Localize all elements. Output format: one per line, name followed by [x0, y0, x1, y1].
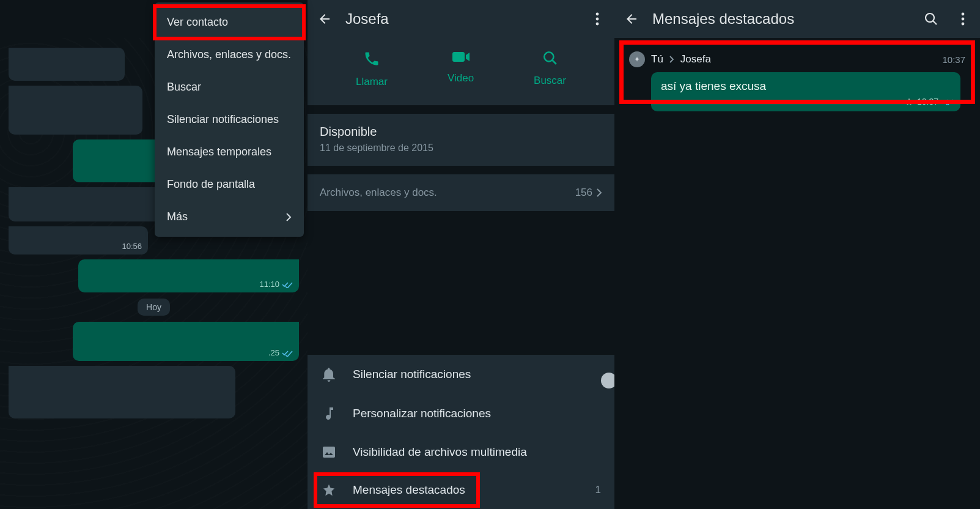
- incoming-bubble[interactable]: [9, 366, 235, 418]
- music-note-icon: [321, 406, 337, 421]
- section-gap: [308, 105, 614, 114]
- more-icon[interactable]: [956, 12, 970, 26]
- day-divider: Hoy: [138, 299, 170, 316]
- incoming-bubble[interactable]: 10:56: [9, 226, 148, 254]
- starred-message-card[interactable]: ✦ Tú Josefa 10:37 así ya tienes excusa 1…: [622, 45, 973, 111]
- row-starred-messages[interactable]: Mensajes destacados 1: [308, 471, 614, 509]
- call-button[interactable]: Llamar: [356, 50, 388, 88]
- read-ticks-icon: [282, 349, 293, 357]
- recipient-label: Josefa: [680, 53, 711, 65]
- menu-wallpaper[interactable]: Fondo de pantalla: [155, 168, 304, 201]
- svg-point-6: [926, 13, 934, 22]
- video-button[interactable]: Video: [448, 50, 474, 88]
- section-gap: [308, 166, 614, 174]
- contact-title: Josefa: [345, 10, 389, 28]
- status-date: 11 de septiembre de 2015: [320, 143, 602, 154]
- contact-topbar: Josefa: [308, 0, 614, 38]
- message-time: 10:56: [122, 242, 142, 251]
- chevron-right-icon: [596, 188, 602, 197]
- chat-options-menu: Ver contacto Archivos, enlaces y docs. B…: [155, 2, 304, 237]
- starred-title: Mensajes destacados: [652, 10, 794, 28]
- starred-count: 1: [595, 484, 601, 496]
- back-icon[interactable]: [317, 12, 332, 26]
- contact-actions-bar: Llamar Video Buscar: [308, 38, 614, 105]
- message-time: .25: [268, 348, 293, 357]
- bell-icon: [321, 367, 337, 382]
- settings-list: Silenciar notificaciones Personalizar no…: [308, 355, 614, 509]
- row-custom-notif[interactable]: Personalizar notificaciones: [308, 394, 614, 433]
- media-links-row[interactable]: Archivos, enlaces y docs. 156: [308, 174, 614, 211]
- star-icon: [321, 483, 337, 497]
- avatar: ✦: [629, 51, 645, 67]
- spacer: [308, 211, 614, 355]
- chevron-right-icon: [669, 56, 674, 63]
- outgoing-bubble[interactable]: .25: [73, 322, 300, 361]
- starred-message-text: así ya tienes excusa: [661, 80, 766, 92]
- starred-header-time: 10:37: [942, 54, 965, 65]
- starred-panel: Mensajes destacados ✦ Tú Josefa 10:37 as…: [614, 0, 980, 509]
- phone-icon: [363, 50, 380, 67]
- search-icon: [542, 50, 558, 66]
- sender-label: Tú: [651, 53, 663, 65]
- svg-point-4: [544, 52, 553, 61]
- svg-rect-3: [452, 52, 465, 62]
- svg-point-8: [962, 18, 965, 21]
- read-ticks-icon: [942, 98, 953, 105]
- status-text: Disponible: [320, 125, 602, 139]
- row-mute[interactable]: Silenciar notificaciones: [308, 355, 614, 394]
- chat-panel: Josefa 10:56 11:10 Hoy .25: [0, 0, 308, 509]
- menu-search[interactable]: Buscar: [155, 71, 304, 103]
- incoming-bubble[interactable]: [9, 48, 125, 81]
- svg-point-0: [596, 13, 599, 16]
- starred-bubble-meta: 10:37: [905, 97, 953, 106]
- image-icon: [321, 446, 337, 458]
- message-time: 11:10: [259, 280, 293, 289]
- star-icon: [905, 97, 913, 106]
- media-count: 156: [575, 187, 602, 199]
- back-icon[interactable]: [624, 12, 639, 26]
- svg-point-9: [962, 23, 965, 26]
- outgoing-bubble[interactable]: 11:10: [78, 259, 299, 292]
- starred-bubble[interactable]: así ya tienes excusa 10:37: [651, 72, 960, 111]
- svg-rect-5: [323, 447, 335, 458]
- contact-info-panel: Josefa Llamar Video Buscar Disponible 11…: [308, 0, 614, 509]
- menu-more[interactable]: Más: [155, 201, 304, 233]
- incoming-bubble[interactable]: [9, 86, 142, 135]
- menu-disappearing[interactable]: Mensajes temporales: [155, 136, 304, 168]
- svg-point-2: [596, 23, 599, 26]
- video-icon: [452, 50, 470, 64]
- svg-point-1: [596, 18, 599, 21]
- read-ticks-icon: [282, 281, 293, 288]
- row-media-visibility[interactable]: Visibilidad de archivos multimedia: [308, 433, 614, 471]
- menu-view-contact[interactable]: Ver contacto: [155, 6, 304, 39]
- svg-point-7: [962, 13, 965, 16]
- menu-mute[interactable]: Silenciar notificaciones: [155, 103, 304, 136]
- menu-media[interactable]: Archivos, enlaces y docs.: [155, 39, 304, 71]
- status-block[interactable]: Disponible 11 de septiembre de 2015: [308, 114, 614, 166]
- search-button[interactable]: Buscar: [534, 50, 566, 88]
- search-icon[interactable]: [924, 12, 938, 26]
- starred-card-header: ✦ Tú Josefa 10:37: [622, 45, 973, 70]
- more-icon[interactable]: [590, 12, 605, 26]
- chevron-right-icon: [286, 213, 292, 221]
- starred-topbar: Mensajes destacados: [614, 0, 980, 38]
